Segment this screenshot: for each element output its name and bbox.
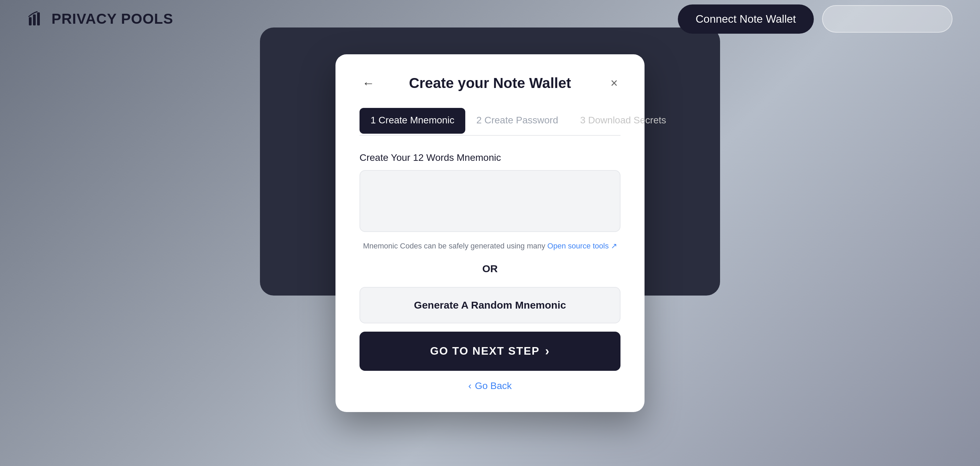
next-arrow-icon: › — [545, 344, 550, 358]
tab-download-secrets: 3 Download Secrets — [569, 108, 677, 136]
or-divider: OR — [360, 263, 620, 274]
next-step-button[interactable]: GO TO NEXT STEP › — [360, 332, 620, 371]
open-source-tools-link[interactable]: Open source tools ↗ — [547, 242, 617, 250]
generate-random-mnemonic-button[interactable]: Generate A Random Mnemonic — [360, 287, 620, 323]
tab-create-password[interactable]: 2 Create Password — [465, 108, 569, 136]
external-link-icon: ↗ — [611, 242, 617, 250]
tab-create-mnemonic[interactable]: 1 Create Mnemonic — [360, 108, 465, 134]
go-back-link[interactable]: ‹ Go Back — [360, 380, 620, 391]
modal-tabs: 1 Create Mnemonic 2 Create Password 3 Do… — [360, 108, 620, 136]
modal-close-button[interactable]: × — [608, 74, 620, 92]
helper-text: Mnemonic Codes can be safely generated u… — [360, 242, 620, 251]
chevron-left-icon: ‹ — [468, 380, 471, 391]
modal-title: Create your Note Wallet — [409, 75, 571, 91]
modal-back-button[interactable]: ← — [360, 73, 377, 93]
mnemonic-input[interactable] — [360, 170, 620, 232]
mnemonic-section-label: Create Your 12 Words Mnemonic — [360, 152, 620, 163]
modal-header: ← Create your Note Wallet × — [360, 75, 620, 91]
create-note-wallet-modal: ← Create your Note Wallet × 1 Create Mne… — [336, 54, 644, 412]
modal-overlay: ← Create your Note Wallet × 1 Create Mne… — [0, 0, 980, 466]
